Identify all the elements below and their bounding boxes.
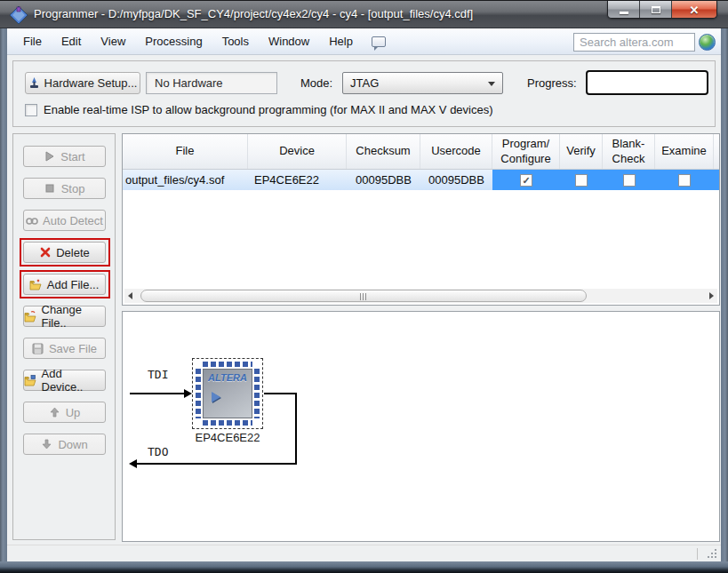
menu-help[interactable]: Help — [319, 28, 363, 54]
cell-filler — [714, 170, 719, 190]
start-label: Start — [60, 150, 84, 163]
up-button[interactable]: Up — [23, 402, 106, 423]
mode-label: Mode: — [300, 76, 332, 90]
hardware-setup-label: Hardware Setup... — [44, 76, 138, 90]
close-icon: ✕ — [690, 4, 700, 17]
start-button[interactable]: Start — [23, 146, 106, 167]
chevron-down-icon — [488, 82, 495, 86]
menu-view[interactable]: View — [91, 28, 135, 54]
stop-icon — [44, 182, 57, 195]
scroll-right-icon — [709, 292, 714, 299]
program-configure-checkbox[interactable]: ✓ — [520, 174, 532, 187]
verify-checkbox[interactable] — [575, 174, 588, 187]
add-device-icon — [24, 374, 37, 386]
isp-checkbox[interactable] — [25, 104, 37, 116]
delete-button[interactable]: Delete — [23, 242, 106, 263]
feedback-icon[interactable] — [372, 36, 386, 47]
save-file-button[interactable]: Save File — [23, 338, 106, 359]
add-file-button[interactable]: Add File... — [23, 274, 106, 295]
cell-verify — [560, 170, 603, 190]
scroll-left-button[interactable] — [124, 289, 137, 303]
chip-pins-bottom — [203, 420, 252, 426]
close-button[interactable]: ✕ — [672, 1, 716, 19]
scroll-left-icon — [128, 292, 132, 299]
col-header-usercode[interactable]: Usercode — [420, 134, 492, 169]
col-header-examine[interactable]: Examine — [655, 134, 714, 169]
maximize-button[interactable] — [640, 1, 672, 19]
menu-window[interactable]: Window — [259, 28, 319, 54]
cell-checksum[interactable]: 00095DBB — [347, 170, 420, 190]
minimize-icon — [620, 12, 628, 14]
col-header-program-configure[interactable]: Program/ Configure — [492, 134, 560, 169]
chip-pins-top — [203, 362, 252, 367]
cell-device[interactable]: EP4CE6E22 — [248, 170, 347, 190]
tdo-wire-vertical — [295, 393, 297, 465]
jtag-chain-panel: TDI ALTERA EP4CE6E22 TDO — [122, 311, 720, 542]
auto-detect-icon — [25, 214, 38, 227]
add-file-icon — [29, 278, 43, 290]
app-icon — [9, 5, 28, 25]
isp-row: Enable real-time ISP to allow background… — [25, 103, 493, 116]
delete-label: Delete — [56, 246, 90, 259]
mode-select[interactable]: JTAG — [342, 72, 503, 94]
hardware-status-field: No Hardware — [146, 72, 277, 94]
col-header-verify[interactable]: Verify — [560, 134, 603, 169]
delete-icon — [38, 246, 52, 259]
tdo-wire-horizontal-bottom — [136, 463, 297, 465]
sidebar: Start Stop Auto Detect Delete Add File..… — [12, 133, 116, 540]
window-frame-right — [721, 28, 728, 561]
tdi-arrowhead-icon — [184, 389, 192, 398]
scroll-right-button[interactable] — [705, 289, 717, 303]
titlebar[interactable]: Programmer - D:/myfpga/DK_SF_CY4/project… — [0, 0, 728, 28]
change-file-button[interactable]: Change File.. — [23, 306, 106, 327]
down-label: Down — [58, 438, 87, 451]
progress-label: Progress: — [527, 76, 577, 90]
save-file-icon — [31, 342, 44, 354]
blank-check-checkbox[interactable] — [623, 174, 636, 187]
table-row[interactable]: output_files/cy4.sof EP4CE6E22 00095DBB … — [123, 170, 719, 190]
stop-label: Stop — [61, 182, 85, 195]
cell-usercode[interactable]: 00095DBB — [420, 170, 492, 190]
menu-file[interactable]: File — [13, 28, 52, 54]
cell-blank-check — [603, 170, 655, 190]
programmer-window: Programmer - D:/myfpga/DK_SF_CY4/project… — [0, 0, 728, 573]
scrollbar-thumb[interactable] — [140, 290, 587, 302]
add-device-button[interactable]: Add Device.. — [23, 370, 106, 391]
menu-edit[interactable]: Edit — [52, 28, 91, 54]
save-file-label: Save File — [49, 342, 97, 355]
globe-icon[interactable] — [699, 34, 716, 51]
resize-grip-icon[interactable] — [715, 556, 716, 558]
device-chip[interactable]: ALTERA — [192, 358, 263, 429]
horizontal-scrollbar[interactable] — [124, 289, 717, 303]
search-input[interactable] — [573, 33, 695, 52]
mode-value: JTAG — [350, 76, 379, 90]
examine-checkbox[interactable] — [678, 174, 691, 187]
chip-pins-left — [196, 369, 201, 418]
client-area: File Edit View Processing Tools Window H… — [7, 28, 721, 561]
col-header-file[interactable]: File — [123, 134, 248, 169]
down-button[interactable]: Down — [23, 434, 106, 455]
menu-processing[interactable]: Processing — [135, 28, 212, 54]
tdi-label: TDI — [148, 368, 168, 381]
chip-pins-right — [254, 369, 260, 418]
change-file-label: Change File.. — [42, 303, 105, 330]
auto-detect-button[interactable]: Auto Detect — [23, 210, 106, 231]
col-header-filler — [714, 134, 719, 169]
col-header-device[interactable]: Device — [248, 134, 347, 169]
isp-checkbox-label: Enable real-time ISP to allow background… — [44, 103, 493, 116]
col-header-blank-check[interactable]: Blank- Check — [603, 134, 655, 169]
change-file-icon — [24, 310, 37, 322]
hardware-setup-button[interactable]: Hardware Setup... — [25, 72, 140, 94]
minimize-button[interactable] — [608, 1, 640, 19]
start-icon — [43, 150, 56, 163]
chip-device-name: EP4CE6E22 — [165, 431, 290, 444]
col-header-checksum[interactable]: Checksum — [347, 134, 420, 169]
cell-program-configure: ✓ — [492, 170, 560, 190]
maximize-icon — [652, 6, 660, 13]
statusbar — [7, 545, 721, 561]
cell-file[interactable]: output_files/cy4.sof — [123, 170, 248, 190]
menu-tools[interactable]: Tools — [212, 28, 259, 54]
window-frame-bottom — [0, 561, 728, 573]
cell-examine — [655, 170, 714, 190]
stop-button[interactable]: Stop — [23, 178, 106, 199]
